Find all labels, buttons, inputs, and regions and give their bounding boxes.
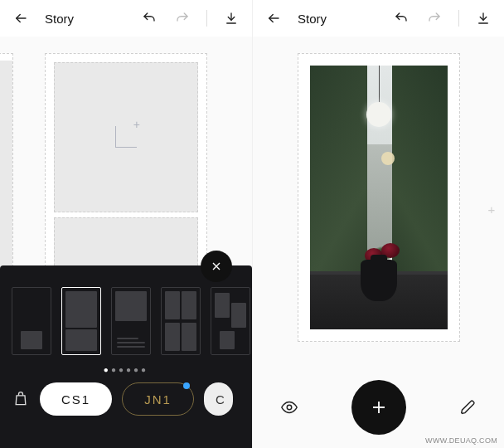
redo-icon[interactable]: [425, 9, 443, 27]
undo-icon[interactable]: [140, 9, 158, 27]
topbar: Story: [253, 0, 504, 37]
left-pane: Story: [0, 0, 252, 448]
photo-content[interactable]: [310, 66, 448, 329]
back-icon[interactable]: [12, 9, 30, 27]
download-icon[interactable]: [222, 9, 240, 27]
redo-icon[interactable]: [173, 9, 191, 27]
layout-option[interactable]: [161, 287, 201, 355]
pack-label: C: [216, 392, 226, 407]
pack-label: CS1: [61, 392, 90, 407]
page-title: Story: [45, 12, 74, 26]
layout-option[interactable]: [61, 287, 101, 355]
svg-point-0: [287, 405, 292, 410]
pack-row: CS1 JN1 C: [0, 382, 252, 427]
layout-option[interactable]: [12, 287, 51, 355]
undo-icon[interactable]: [392, 9, 410, 27]
right-pane: Story: [252, 0, 504, 448]
topbar: Story: [0, 0, 252, 37]
layout-option[interactable]: [111, 287, 151, 355]
pack-label: JN1: [144, 392, 172, 407]
layout-sheet: ●●●●●● CS1 JN1 C: [0, 265, 252, 448]
close-button[interactable]: [201, 251, 232, 282]
page-indicator: ●●●●●●: [0, 362, 252, 382]
divider: [458, 10, 459, 27]
image-slot-1[interactable]: [54, 62, 198, 212]
watermark: WWW.DEUAQ.COM: [425, 436, 497, 445]
pack-pill[interactable]: JN1: [122, 382, 194, 416]
pack-pill[interactable]: C: [204, 382, 233, 416]
eye-icon[interactable]: [279, 397, 299, 417]
add-image-icon: [115, 126, 137, 148]
pencil-icon[interactable]: [458, 397, 478, 417]
bottom-tools: [253, 380, 504, 435]
add-button[interactable]: [351, 380, 406, 435]
pack-pill[interactable]: CS1: [40, 382, 112, 416]
back-icon[interactable]: [264, 9, 283, 27]
page-title: Story: [298, 12, 327, 26]
layout-option[interactable]: [211, 287, 250, 355]
notification-dot: [183, 382, 190, 389]
add-page-icon[interactable]: +: [484, 202, 499, 217]
download-icon[interactable]: [474, 9, 492, 27]
story-canvas[interactable]: [298, 53, 460, 342]
divider: [206, 10, 207, 27]
shopping-bag-icon[interactable]: [12, 390, 30, 408]
